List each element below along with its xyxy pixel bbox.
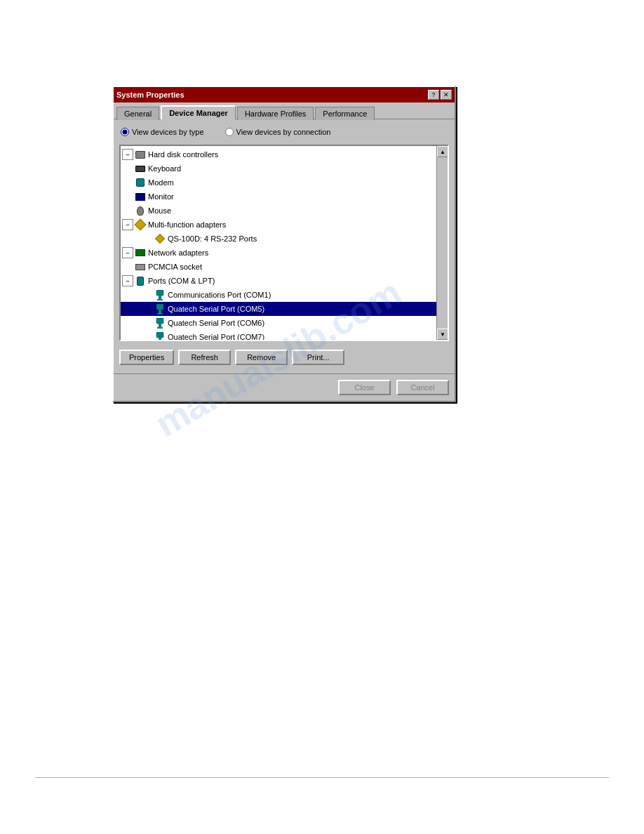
print-button[interactable]: Print... (292, 350, 344, 365)
refresh-button[interactable]: Refresh (178, 350, 231, 365)
device-label: Ports (COM & LPT) (148, 274, 215, 287)
scrollbar[interactable]: ▲ ▼ (436, 146, 448, 340)
tree-item[interactable]: Mouse (121, 204, 436, 218)
view-options: View devices by type View devices by con… (119, 125, 449, 139)
device-label: QS-100D: 4 RS-232 Ports (168, 232, 257, 245)
tree-item[interactable]: Communications Port (COM1) (121, 288, 436, 302)
device-label: Keyboard (148, 162, 181, 175)
device-label: PCMCIA socket (148, 260, 202, 273)
device-list[interactable]: −Hard disk controllersKeyboardModemMonit… (121, 146, 436, 340)
diamond-icon (154, 233, 166, 244)
svg-rect-7 (159, 324, 161, 327)
svg-rect-0 (156, 290, 163, 296)
title-bar-buttons: ? ✕ (428, 90, 452, 100)
plug-icon (154, 303, 166, 315)
properties-button[interactable]: Properties (119, 350, 174, 365)
dialog-title: System Properties (116, 91, 185, 99)
tree-item[interactable]: Quatech Serial Port (COM5) (121, 302, 436, 316)
network-icon (135, 247, 146, 258)
disk-icon (135, 149, 146, 160)
expand-button[interactable]: − (122, 247, 133, 258)
mouse-icon (135, 205, 146, 216)
close-footer-button[interactable]: Close (338, 380, 391, 395)
system-properties-dialog: System Properties ? ✕ General Device Man… (112, 86, 456, 402)
svg-rect-10 (159, 338, 161, 340)
tab-bar: General Device Manager Hardware Profiles… (114, 102, 455, 119)
expand-button[interactable]: − (122, 149, 133, 160)
svg-rect-6 (156, 318, 163, 324)
device-list-container: −Hard disk controllersKeyboardModemMonit… (119, 145, 449, 341)
dialog-content: View devices by type View devices by con… (114, 119, 455, 373)
tab-general[interactable]: General (116, 107, 159, 120)
action-buttons: Properties Refresh Remove Print... (119, 347, 449, 368)
multifunction-icon (135, 219, 146, 230)
device-label: Mouse (148, 204, 171, 217)
plug-icon (154, 331, 166, 340)
view-by-type-label[interactable]: View devices by type (121, 128, 204, 136)
svg-rect-8 (157, 327, 163, 329)
tab-hardware-profiles[interactable]: Hardware Profiles (237, 107, 314, 120)
device-label: Quatech Serial Port (COM6) (168, 317, 264, 329)
view-by-type-radio[interactable] (121, 128, 129, 136)
remove-button[interactable]: Remove (235, 350, 288, 365)
port-icon (135, 275, 146, 286)
modem-icon (135, 177, 146, 188)
tree-item[interactable]: PCMCIA socket (121, 260, 436, 274)
plug-icon (154, 317, 166, 329)
device-label: Network adapters (148, 246, 208, 259)
device-label: Quatech Serial Port (COM7) (168, 331, 264, 340)
expand-button[interactable]: − (122, 219, 133, 230)
cancel-button[interactable]: Cancel (396, 380, 449, 395)
dialog-footer: Close Cancel (114, 373, 455, 401)
tab-device-manager[interactable]: Device Manager (161, 105, 236, 119)
tree-item[interactable]: −Ports (COM & LPT) (121, 274, 436, 288)
tree-item[interactable]: Monitor (121, 190, 436, 204)
device-label: Hard disk controllers (148, 148, 218, 161)
device-label: Monitor (148, 190, 174, 203)
device-label: Multi-function adapters (148, 218, 226, 231)
svg-rect-2 (157, 299, 163, 300)
tree-item[interactable]: Keyboard (121, 161, 436, 176)
tree-item[interactable]: Modem (121, 176, 436, 190)
svg-rect-4 (159, 310, 161, 313)
tree-item[interactable]: −Multi-function adapters (121, 218, 436, 232)
tree-item[interactable]: Quatech Serial Port (COM7) (121, 330, 436, 340)
view-by-connection-label[interactable]: View devices by connection (225, 128, 331, 136)
tree-item[interactable]: −Network adapters (121, 246, 436, 260)
tab-performance[interactable]: Performance (315, 107, 375, 120)
tree-item[interactable]: −Hard disk controllers (121, 147, 436, 161)
svg-rect-9 (156, 332, 163, 338)
expand-button[interactable]: − (122, 275, 133, 286)
tree-item[interactable]: QS-100D: 4 RS-232 Ports (121, 232, 436, 246)
device-label: Modem (148, 176, 174, 189)
scroll-down-button[interactable]: ▼ (437, 329, 448, 340)
plug-icon (154, 289, 166, 300)
view-by-connection-radio[interactable] (225, 128, 234, 136)
pcmcia-icon (135, 261, 146, 272)
tree-item[interactable]: Quatech Serial Port (COM6) (121, 316, 436, 330)
device-label: Quatech Serial Port (COM5) (168, 303, 264, 315)
monitor-icon (135, 191, 146, 202)
svg-rect-3 (156, 304, 163, 310)
scroll-track (437, 157, 448, 329)
close-button[interactable]: ✕ (441, 90, 452, 100)
svg-rect-1 (159, 296, 161, 299)
keyboard-icon (135, 163, 146, 174)
device-label: Communications Port (COM1) (168, 289, 271, 301)
help-button[interactable]: ? (428, 90, 439, 100)
scroll-up-button[interactable]: ▲ (437, 146, 448, 157)
bottom-line (35, 777, 609, 778)
title-bar: System Properties ? ✕ (114, 87, 455, 102)
svg-rect-5 (157, 313, 163, 315)
